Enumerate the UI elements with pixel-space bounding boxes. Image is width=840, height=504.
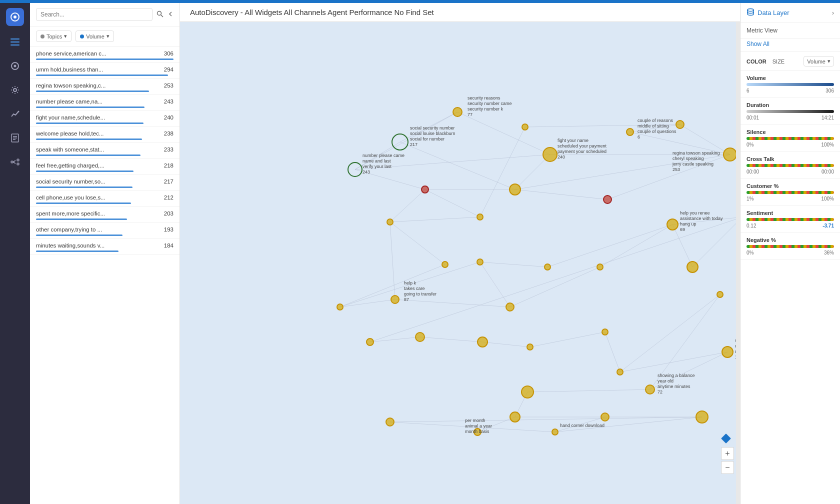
list-item[interactable]: number please came,na... 243	[30, 94, 180, 110]
node-n25[interactable]	[416, 332, 424, 342]
metric-max-customer: 100%	[821, 196, 834, 202]
svg-text:240: 240	[558, 154, 565, 160]
sidebar-icon-reports[interactable]	[7, 130, 23, 146]
svg-point-131	[478, 337, 488, 347]
topic-count: 184	[164, 242, 174, 248]
node-n13[interactable]	[387, 219, 393, 225]
zoom-out-button[interactable]: −	[721, 461, 734, 474]
node-n6[interactable]	[422, 186, 428, 193]
show-all-link[interactable]: Show All	[740, 38, 840, 52]
node-n24[interactable]	[366, 338, 374, 346]
list-item[interactable]: phone service,american c... 306	[30, 46, 180, 62]
list-item[interactable]: regina towson speaking,c... 253	[30, 78, 180, 94]
topics-filter-dropdown[interactable]: Topics ▾	[36, 30, 72, 42]
list-item[interactable]: welcome please hold,tec... 238	[30, 126, 180, 142]
list-item[interactable]: social security number,so... 217	[30, 174, 180, 190]
svg-line-16	[13, 160, 16, 162]
sidebar-icon-discovery[interactable]	[7, 58, 23, 74]
node-n22[interactable]	[687, 262, 698, 272]
search-row	[30, 3, 180, 26]
svg-text:anytime minutes: anytime minutes	[658, 384, 690, 389]
svg-point-113	[391, 296, 399, 304]
topic-name: spent more,more specific...	[36, 210, 105, 216]
expand-right-panel-icon[interactable]: ›	[832, 10, 834, 16]
search-input[interactable]	[36, 8, 152, 21]
node-n5[interactable]	[510, 184, 520, 195]
svg-point-108	[522, 124, 528, 130]
svg-line-42	[390, 222, 395, 300]
node-n32[interactable]: showing a balanceyear oldanytime minutes…	[646, 373, 695, 394]
visualization-area[interactable]: security reasonssecurity number camesecu…	[180, 22, 740, 504]
sidebar-icon-flows[interactable]	[7, 154, 23, 170]
svg-text:69: 69	[680, 227, 685, 232]
list-item[interactable]: feel free,getting charged,... 218	[30, 158, 180, 174]
svg-point-79	[392, 134, 408, 150]
node-n20[interactable]	[597, 264, 603, 270]
node-n26[interactable]	[478, 337, 488, 347]
search-icon[interactable]	[156, 10, 164, 19]
node-n27[interactable]	[527, 344, 533, 350]
node-n36[interactable]	[696, 411, 708, 423]
node-n19[interactable]	[544, 264, 550, 270]
node-n28[interactable]	[602, 329, 608, 335]
node-n8[interactable]: regina towson speakingcheryl speakingjer…	[672, 148, 736, 172]
color-tab[interactable]: COLOR	[746, 58, 766, 64]
topic-name: welcome please hold,tec...	[36, 130, 104, 136]
node-n4[interactable]: number please camename and lastverify yo…	[348, 153, 404, 176]
app-logo[interactable]	[6, 8, 24, 26]
node-n9[interactable]: couple of reasonsmiddle of sittingcouple…	[626, 118, 676, 140]
list-item[interactable]: other company,trying to ... 193	[30, 222, 180, 238]
node-n11[interactable]	[522, 124, 528, 130]
node-n18[interactable]	[506, 303, 514, 311]
metrics-container: Volume 6 306 Duration 00:01 14:21 Silenc…	[740, 71, 840, 260]
volume-metric-dropdown[interactable]: Volume ▾	[804, 56, 834, 66]
metric-title-duration: Duration	[746, 102, 834, 108]
node-n30[interactable]	[717, 292, 723, 298]
list-item[interactable]: minutes waiting,sounds v... 184	[30, 238, 180, 254]
sidebar-icon-menu[interactable]	[7, 34, 23, 50]
size-tab[interactable]: SIZE	[772, 58, 784, 64]
list-item[interactable]: spent more,more specific... 203	[30, 206, 180, 222]
topic-count: 253	[164, 82, 174, 88]
svg-text:social for number: social for number	[410, 136, 444, 142]
sidebar-icon-analytics[interactable]	[7, 106, 23, 122]
svg-point-84	[543, 148, 557, 162]
nav-control[interactable]	[721, 434, 731, 445]
node-n17[interactable]	[477, 259, 483, 265]
node-n7[interactable]	[604, 196, 612, 204]
sidebar-icon-settings[interactable]	[7, 82, 23, 98]
node-n34[interactable]	[510, 412, 520, 422]
node-n10[interactable]	[676, 120, 684, 128]
svg-point-127	[687, 262, 698, 272]
node-n12[interactable]	[477, 214, 483, 220]
metric-title-volume: Volume	[746, 75, 834, 81]
svg-point-119	[506, 303, 514, 311]
node-n3[interactable]: fight your namescheduled your paymentpay…	[543, 138, 607, 162]
scrollbar[interactable]	[736, 22, 740, 504]
node-n35[interactable]	[601, 413, 609, 421]
node-n15[interactable]	[337, 304, 343, 310]
node-n29[interactable]	[617, 369, 623, 375]
collapse-panel-icon[interactable]	[168, 10, 174, 18]
list-item[interactable]: speak with someone,stat... 233	[30, 142, 180, 158]
node-n33[interactable]	[522, 386, 534, 398]
list-item[interactable]: cell phone,use you lose,s... 212	[30, 190, 180, 206]
node-n39[interactable]: hand corner download	[552, 423, 604, 435]
node-n2[interactable]: social security numbersocial louise blac…	[392, 126, 456, 150]
svg-line-19	[161, 14, 164, 17]
zoom-in-button[interactable]: +	[721, 447, 734, 460]
topic-count: 306	[164, 50, 174, 56]
svg-line-41	[390, 222, 445, 264]
node-n21[interactable]: help you reneeassistance with todayhang …	[667, 210, 723, 232]
node-n16[interactable]: help ktakes caregoing to transfer87	[391, 280, 436, 304]
node-n1[interactable]: security reasonssecurity number camesecu…	[453, 96, 512, 117]
main-layout: Topics ▾ Volume ▾ phone service,american…	[0, 3, 840, 504]
svg-point-6	[14, 65, 16, 68]
volume-filter-dropdown[interactable]: Volume ▾	[76, 30, 114, 42]
list-item[interactable]: fight your name,schedule... 240	[30, 110, 180, 126]
metric-range-negative: 0% 36%	[746, 250, 834, 256]
node-n37[interactable]	[386, 418, 394, 426]
metric-title-silence: Silence	[746, 129, 834, 135]
list-item[interactable]: umm hold,business than... 294	[30, 62, 180, 78]
node-n14[interactable]	[442, 262, 448, 268]
